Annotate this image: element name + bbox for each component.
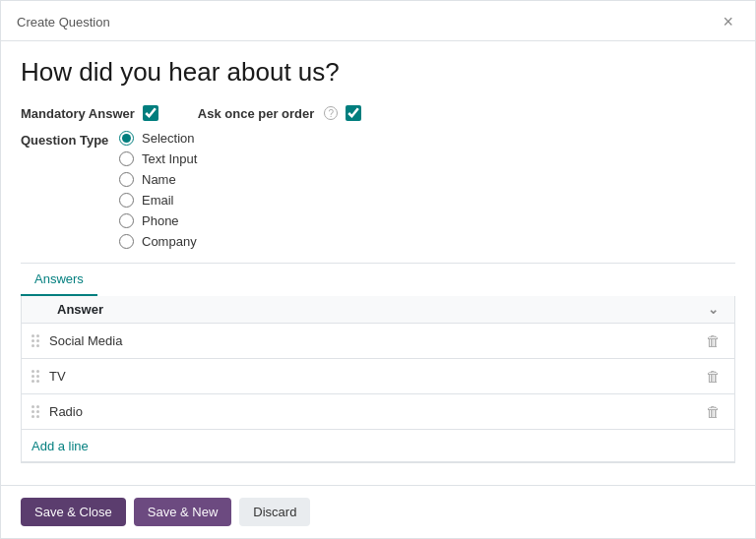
answer-text: TV <box>49 369 702 384</box>
discard-button[interactable]: Discard <box>239 498 310 526</box>
create-question-dialog: Create Question × How did you hear about… <box>0 0 756 539</box>
dialog-title: Create Question <box>17 15 110 30</box>
ask-once-label: Ask once per order <box>198 106 315 121</box>
question-type-label: Question Type <box>21 131 119 148</box>
radio-option-text-input[interactable]: Text Input <box>119 151 197 166</box>
radio-label-selection: Selection <box>142 131 194 146</box>
table-header: Answer ⌄ <box>22 296 734 324</box>
radio-label-email: Email <box>142 193 174 208</box>
tabs-section: Answers Answer ⌄ Social Media <box>21 263 735 463</box>
mandatory-answer-label: Mandatory Answer <box>21 106 135 121</box>
radio-label-company: Company <box>142 234 197 249</box>
radio-option-phone[interactable]: Phone <box>119 213 197 228</box>
table-row: Social Media 🗑 <box>22 324 734 359</box>
delete-row-button[interactable]: 🗑 <box>702 330 724 351</box>
table-row: Radio 🗑 <box>22 394 734 430</box>
dialog-footer: Save & Close Save & New Discard <box>1 485 755 538</box>
question-type-radio-group: Selection Text Input Name Email Phone <box>119 131 197 249</box>
ask-once-help-icon: ? <box>324 106 338 120</box>
save-close-button[interactable]: Save & Close <box>21 498 126 526</box>
delete-row-button[interactable]: 🗑 <box>702 366 724 387</box>
radio-option-name[interactable]: Name <box>119 172 197 187</box>
ask-once-checkbox[interactable] <box>346 105 361 121</box>
mandatory-answer-field: Mandatory Answer <box>21 105 158 121</box>
answer-text: Radio <box>49 404 702 419</box>
answers-table: Answer ⌄ Social Media 🗑 <box>21 296 735 463</box>
question-title: How did you hear about us? <box>21 57 735 88</box>
tab-answers[interactable]: Answers <box>21 264 97 296</box>
answer-text: Social Media <box>49 333 702 348</box>
save-new-button[interactable]: Save & New <box>134 498 232 526</box>
add-line-button[interactable]: Add a line <box>32 439 89 453</box>
close-button[interactable]: × <box>717 11 739 32</box>
chevron-icon: ⌄ <box>701 302 724 317</box>
dialog-header: Create Question × <box>1 1 755 41</box>
radio-label-phone: Phone <box>142 213 179 228</box>
radio-label-text-input: Text Input <box>142 151 197 166</box>
answer-column-header: Answer <box>57 302 701 317</box>
options-row: Mandatory Answer Ask once per order ? <box>21 105 735 121</box>
radio-option-company[interactable]: Company <box>119 234 197 249</box>
delete-row-button[interactable]: 🗑 <box>702 401 724 422</box>
drag-handle[interactable] <box>32 334 39 347</box>
mandatory-answer-checkbox[interactable] <box>143 105 158 121</box>
dialog-body: How did you hear about us? Mandatory Ans… <box>1 41 755 485</box>
radio-option-selection[interactable]: Selection <box>119 131 197 146</box>
question-type-row: Question Type Selection Text Input Name … <box>21 131 735 249</box>
drag-handle[interactable] <box>32 405 39 418</box>
radio-option-email[interactable]: Email <box>119 193 197 208</box>
table-row: TV 🗑 <box>22 359 734 394</box>
ask-once-field: Ask once per order ? <box>198 105 362 121</box>
add-line-row: Add a line <box>22 430 734 462</box>
radio-label-name: Name <box>142 172 176 187</box>
tabs-bar: Answers <box>21 264 735 296</box>
drag-handle[interactable] <box>32 370 39 383</box>
